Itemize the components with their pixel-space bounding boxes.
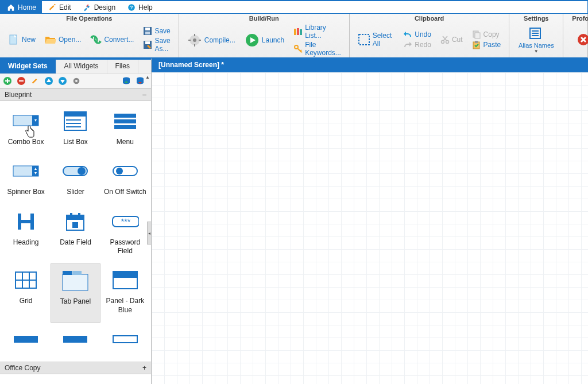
svg-rect-30 bbox=[475, 33, 480, 38]
save-as-button[interactable]: Save As... bbox=[140, 37, 173, 53]
svg-rect-87 bbox=[63, 336, 87, 343]
widget-on-off-switch[interactable]: On Off Switch bbox=[100, 154, 150, 204]
question-icon: ? bbox=[127, 3, 136, 12]
chevron-down-icon: ▼ bbox=[534, 49, 539, 54]
svg-marker-25 bbox=[404, 32, 406, 36]
list-icon bbox=[528, 26, 543, 41]
widget-spinner-box[interactable]: Spinner Box bbox=[1, 154, 51, 204]
office-copy-section-header[interactable]: Office Copy + bbox=[0, 362, 151, 374]
redo-button[interactable]: Redo bbox=[400, 40, 435, 49]
launch-button[interactable]: Launch bbox=[241, 32, 288, 49]
on-off-switch-icon bbox=[111, 160, 139, 182]
ribbon-title-clipboard: Clipboard bbox=[353, 14, 505, 23]
convert-icon bbox=[90, 34, 102, 45]
key-icon bbox=[293, 44, 303, 53]
main-area: Widget Sets All Widgets Files Blueprint … bbox=[0, 59, 588, 384]
file-keywords-button[interactable]: File Keywords... bbox=[290, 41, 345, 57]
add-icon[interactable] bbox=[2, 76, 13, 86]
edit-icon[interactable] bbox=[30, 76, 40, 86]
ribbon-group-settings: Settings Alias Names ▼ bbox=[509, 14, 563, 57]
new-button[interactable]: New bbox=[5, 33, 39, 46]
sidebar-collapse-handle[interactable]: ◂ bbox=[147, 222, 152, 245]
down-arrow-icon[interactable] bbox=[57, 76, 68, 86]
main-menubar: Home Edit Design ? Help bbox=[0, 0, 588, 14]
redo-icon bbox=[403, 40, 412, 49]
widget-combo-box[interactable]: Combo Box bbox=[1, 104, 51, 154]
widget-partial-1[interactable] bbox=[1, 323, 51, 358]
svg-rect-85 bbox=[113, 271, 137, 278]
widget-partial-3[interactable] bbox=[100, 323, 150, 358]
toolbox-icon bbox=[83, 3, 92, 12]
widget-slider[interactable]: Slider bbox=[51, 154, 100, 204]
svg-rect-71 bbox=[67, 215, 84, 220]
canvas-tabs: [Unnamed Screen] * bbox=[152, 59, 588, 71]
compile-button[interactable]: Compile... bbox=[184, 32, 239, 49]
home-icon bbox=[6, 3, 16, 12]
convert-button[interactable]: Convert... bbox=[87, 33, 137, 46]
panel-icon-c bbox=[111, 328, 139, 350]
list-box-icon bbox=[61, 110, 89, 132]
folder-open-icon bbox=[45, 34, 56, 45]
tab-widget-sets[interactable]: Widget Sets bbox=[0, 60, 56, 73]
panel-dark-blue-icon bbox=[111, 269, 139, 291]
widget-menu[interactable]: Menu bbox=[100, 104, 150, 154]
widget-partial-2[interactable] bbox=[51, 323, 100, 358]
scroll-up-arrow[interactable]: ▲ bbox=[144, 73, 151, 80]
widget-tab-panel[interactable]: Tab Panel bbox=[51, 263, 100, 323]
library-list-button[interactable]: Library List... bbox=[290, 24, 345, 40]
ribbon-group-build-run: Build/Run Compile... Launch Library List… bbox=[179, 14, 350, 57]
widget-grid[interactable]: Grid bbox=[1, 263, 51, 323]
widget-password-field[interactable]: *** Password Field bbox=[100, 205, 150, 264]
settings-gear-icon[interactable] bbox=[71, 76, 82, 86]
select-all-button[interactable]: Select All bbox=[354, 30, 397, 49]
new-file-icon bbox=[8, 34, 20, 45]
plus-icon: + bbox=[142, 364, 146, 372]
svg-rect-14 bbox=[194, 34, 195, 36]
paste-button[interactable]: Paste bbox=[469, 40, 505, 49]
widget-list-box[interactable]: List Box bbox=[51, 104, 100, 154]
svg-rect-8 bbox=[145, 28, 150, 30]
menu-help[interactable]: ? Help bbox=[121, 1, 158, 13]
menu-design[interactable]: Design bbox=[77, 1, 121, 13]
svg-marker-26 bbox=[409, 42, 412, 46]
canvas-area: [Unnamed Screen] * ◂ bbox=[152, 59, 588, 384]
menu-icon bbox=[111, 110, 139, 132]
panel-icon-a bbox=[12, 328, 40, 350]
cut-button[interactable]: Cut bbox=[437, 35, 466, 44]
menu-design-label: Design bbox=[94, 3, 115, 11]
widget-palette: Combo Box List Box Menu Spinner Box Slid… bbox=[0, 101, 151, 362]
sidebar-toolbar bbox=[0, 73, 151, 88]
widget-heading[interactable]: Heading bbox=[1, 205, 51, 264]
svg-rect-86 bbox=[14, 336, 38, 343]
up-arrow-icon[interactable] bbox=[44, 76, 54, 86]
svg-rect-16 bbox=[188, 40, 191, 41]
widget-date-field[interactable]: Date Field bbox=[51, 205, 100, 264]
alias-names-button[interactable]: Alias Names ▼ bbox=[515, 25, 558, 55]
svg-rect-82 bbox=[63, 271, 72, 275]
undo-button[interactable]: Undo bbox=[400, 30, 435, 39]
svg-rect-73 bbox=[78, 213, 80, 216]
exit-button[interactable]: Exit bbox=[572, 31, 588, 48]
save-as-icon bbox=[143, 40, 152, 49]
save-button[interactable]: Save bbox=[140, 26, 173, 36]
tab-panel-icon bbox=[61, 270, 89, 292]
svg-rect-54 bbox=[64, 112, 86, 117]
ribbon-title-file-ops: File Operations bbox=[3, 14, 175, 23]
sidebar: Widget Sets All Widgets Files Blueprint … bbox=[0, 59, 152, 384]
menu-home[interactable]: Home bbox=[1, 1, 42, 13]
remove-icon[interactable] bbox=[16, 76, 26, 86]
widget-panel-dark-blue[interactable]: Panel - Dark Blue bbox=[100, 263, 150, 323]
db-import-icon[interactable] bbox=[121, 76, 131, 86]
canvas-tab-unnamed[interactable]: [Unnamed Screen] * bbox=[152, 59, 231, 71]
undo-icon bbox=[403, 30, 412, 39]
design-canvas[interactable]: ◂ bbox=[152, 71, 588, 384]
tab-all-widgets[interactable]: All Widgets bbox=[56, 60, 107, 73]
open-button[interactable]: Open... bbox=[41, 33, 84, 46]
blueprint-section-header[interactable]: Blueprint – bbox=[0, 88, 151, 101]
svg-text:?: ? bbox=[130, 5, 133, 10]
save-icon bbox=[143, 26, 152, 36]
password-field-icon: *** bbox=[111, 211, 139, 232]
copy-button[interactable]: Copy bbox=[469, 30, 505, 39]
menu-edit[interactable]: Edit bbox=[42, 1, 77, 13]
tab-files[interactable]: Files bbox=[107, 60, 138, 73]
